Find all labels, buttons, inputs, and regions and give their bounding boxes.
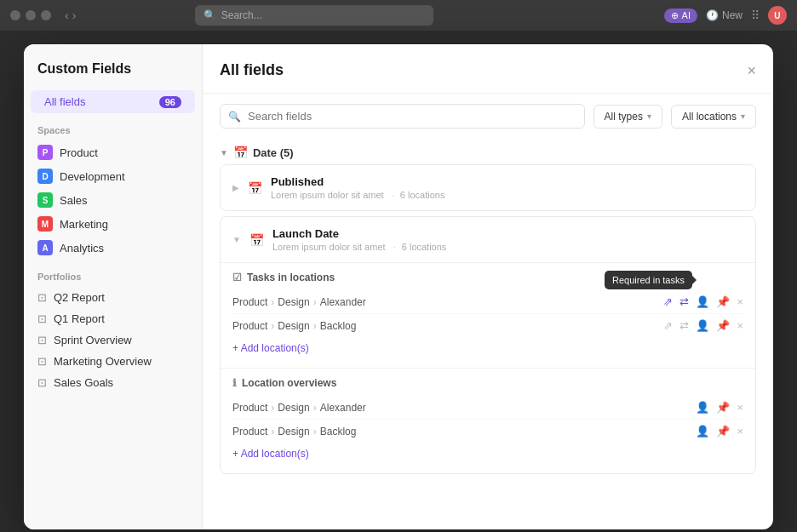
fields-list: ▼ 📅 Date (5) ▶ 📅 Published Lorem ipsum d… [203,139,773,529]
field-locations: 6 locations [402,242,447,252]
close-dot [10,10,20,20]
path-separator: › [313,320,317,332]
filter-locations-button[interactable]: All locations ▾ [671,105,756,129]
path-segment: Design [278,402,309,414]
pin-icon[interactable]: 📌 [716,295,730,308]
sidebar-item-label: Sprint Overview [54,334,132,346]
sidebar-item-analytics[interactable]: A Analytics [24,236,202,260]
grid-icon[interactable]: ⠿ [751,9,760,22]
sidebar-item-marketing-overview[interactable]: ⊡ Marketing Overview [24,351,202,372]
field-main-row-published[interactable]: ▶ 📅 Published Lorem ipsum dolor sit amet… [221,165,755,210]
path-segment: Product [232,426,267,438]
filter-types-label: All types [605,111,643,123]
sidebar-all-fields[interactable]: All fields 96 [31,90,195,113]
path-segment: Backlog [320,320,357,332]
path-separator: › [271,296,274,308]
chevron-down-icon: ▾ [647,112,651,121]
avatar[interactable]: U [768,6,787,25]
field-description: Lorem ipsum dolor sit amet [271,190,384,200]
main-content: All fields × 🔍 All types ▾ All locations… [203,44,773,529]
remove-icon[interactable]: × [737,295,743,308]
new-label: New [722,9,743,21]
search-box: 🔍 [220,104,585,129]
checkbox-icon: ☑ [232,272,242,283]
remove-icon[interactable]: × [737,425,743,438]
user-icon[interactable]: 👤 [696,401,709,414]
toolbar: 🔍 All types ▾ All locations ▾ [203,94,773,139]
ai-badge[interactable]: ⊕ AI [664,9,697,23]
field-locations: 6 locations [400,190,445,200]
sidebar-item-development[interactable]: D Development [24,164,202,188]
sidebar-title: Custom Fields [24,61,202,90]
portfolio-icon: ⊡ [37,334,47,346]
path-segment: Design [278,320,309,332]
content-title: All fields [220,61,284,79]
portfolio-icon: ⊡ [37,376,47,389]
ai-icon: ⊕ [671,10,679,21]
group-header-date[interactable]: ▼ 📅 Date (5) [220,139,756,164]
calendar-icon: 📅 [233,146,248,159]
sidebar-item-sales[interactable]: S Sales [24,188,202,212]
sidebar-item-sales-goals[interactable]: ⊡ Sales Goals [24,372,202,393]
chevron-down-icon: ▾ [741,112,745,121]
portfolios-list: ⊡ Q2 Report ⊡ Q1 Report ⊡ Sprint Overvie… [24,287,202,393]
new-button[interactable]: 🕐 New [706,9,743,21]
share-icon[interactable]: ⇗ [663,295,673,308]
pin-icon[interactable]: 📌 [716,401,730,414]
sidebar-item-label: Product [60,146,98,159]
back-button[interactable]: ‹ [65,9,69,22]
tasks-label: ☑ Tasks in locations [232,272,335,283]
sidebar-item-q1-report[interactable]: ⊡ Q1 Report [24,308,202,329]
sidebar-item-label: Sales [60,194,88,207]
minimize-dot [26,10,36,20]
remove-icon[interactable]: × [737,401,743,414]
pin-icon[interactable]: 📌 [716,425,730,438]
add-location-button[interactable]: + Add location(s) [232,337,309,359]
location-actions: 👤 📌 × [696,401,743,414]
spaces-section-label: Spaces [24,113,202,140]
search-icon: 🔍 [228,111,241,123]
path-segment: Alexander [320,402,366,414]
all-fields-label: All fields [44,95,85,108]
location-row: Product›Design›Backlog ⇗ ⇄ 👤 📌 × [232,314,743,337]
location-actions: ⇗ ⇄ 👤 📌 × [663,295,743,308]
path-separator: › [313,296,317,308]
portfolio-icon: ⊡ [37,312,47,325]
share-icon[interactable]: ⇗ [663,319,673,332]
remove-icon[interactable]: × [737,319,743,332]
sidebar-item-label: Marketing Overview [54,355,152,368]
link-icon[interactable]: ⇄ [679,295,689,308]
ai-label: AI [682,10,691,20]
field-meta: Lorem ipsum dolor sit amet · 6 locations [272,242,743,252]
location-actions: ⇗ ⇄ 👤 📌 × [663,319,743,332]
portfolio-icon: ⊡ [37,291,47,304]
maximize-dot [41,10,51,20]
expand-icon: ▼ [232,235,241,244]
sidebar-item-q2-report[interactable]: ⊡ Q2 Report [24,287,202,308]
user-icon[interactable]: 👤 [696,425,709,438]
titlebar-search[interactable]: 🔍 Search... [195,5,433,26]
close-button[interactable]: × [747,63,756,78]
path-segment: Design [278,296,309,308]
filter-types-button[interactable]: All types ▾ [593,105,662,129]
collapse-icon: ▼ [220,148,228,157]
forward-button[interactable]: › [72,9,77,22]
sidebar-item-marketing[interactable]: M Marketing [24,212,202,236]
search-input[interactable] [220,104,585,129]
path-separator: › [271,426,274,438]
link-icon[interactable]: ⇄ [679,319,689,332]
path-segment: Product [232,402,267,414]
sidebar-item-sprint-overview[interactable]: ⊡ Sprint Overview [24,329,202,351]
pin-icon[interactable]: 📌 [716,319,730,332]
add-overview-location-button[interactable]: + Add location(s) [232,443,309,465]
overviews-header: ℹ Location overviews [232,377,743,389]
location-path: Product›Design›Alexander [232,296,366,308]
user-icon[interactable]: 👤 [696,319,709,332]
sidebar-item-product[interactable]: P Product [24,140,202,164]
location-path: Product›Design›Backlog [232,320,356,332]
user-icon[interactable]: 👤 [696,295,709,308]
field-main-row-launch-date[interactable]: ▼ 📅 Launch Date Lorem ipsum dolor sit am… [221,217,755,262]
path-separator: › [271,402,274,414]
sidebar: Custom Fields All fields 96 Spaces P Pro… [24,44,203,529]
overviews-section: ℹ Location overviews Product›Design›Alex… [221,368,755,473]
